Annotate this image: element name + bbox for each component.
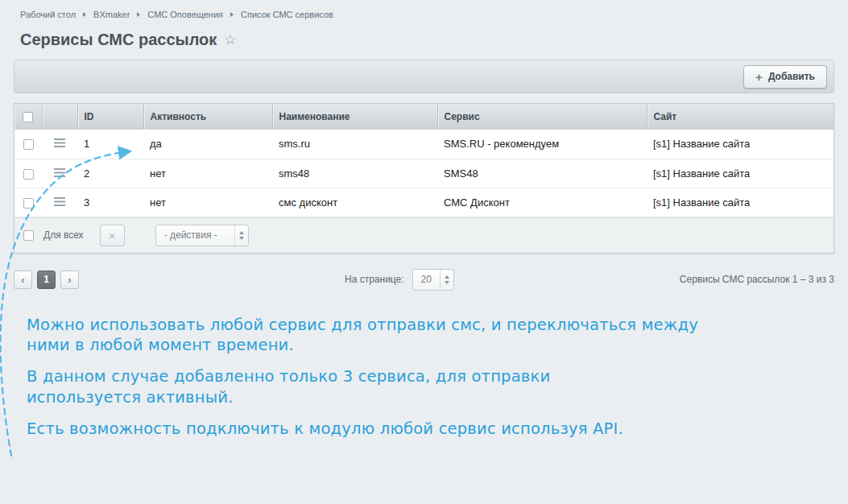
grid-footer: Для всех × - действия - bbox=[14, 217, 834, 253]
title-row: Сервисы СМС рассылок ☆ bbox=[20, 31, 834, 49]
per-page-control: На странице: 20 bbox=[345, 269, 454, 291]
cell-name: смс дисконт bbox=[272, 188, 437, 217]
cell-id: 2 bbox=[77, 159, 143, 188]
row-menu-icon[interactable] bbox=[54, 197, 65, 206]
row-menu-icon[interactable] bbox=[54, 168, 65, 177]
breadcrumb: Рабочий стол BXmaker СМС Оповещения Спис… bbox=[20, 10, 834, 19]
page: Рабочий стол BXmaker СМС Оповещения Спис… bbox=[0, 0, 848, 440]
annotation-line-2: В данном случае добавленно только 3 серв… bbox=[27, 366, 627, 408]
sms-services-table: ID Активность Наименование Сервис Сайт 1 bbox=[14, 104, 834, 217]
per-page-spinner-icon bbox=[440, 270, 453, 290]
cell-name: sms.ru bbox=[272, 130, 437, 159]
add-button-label: Добавить bbox=[768, 71, 815, 82]
column-header-site[interactable]: Сайт bbox=[647, 104, 834, 130]
current-page-button[interactable]: 1 bbox=[37, 271, 56, 289]
breadcrumb-separator-icon bbox=[137, 12, 140, 17]
cell-service: SMS.RU - рекомендуем bbox=[437, 130, 647, 159]
column-header-service[interactable]: Сервис bbox=[437, 104, 647, 130]
table-row: 2 нет sms48 SMS48 [s1] Название сайта bbox=[14, 159, 834, 188]
row-checkbox[interactable] bbox=[23, 198, 34, 209]
cell-site: [s1] Название сайта bbox=[647, 159, 834, 188]
cell-name: sms48 bbox=[272, 159, 437, 188]
select-all-header bbox=[14, 104, 42, 130]
column-header-name[interactable]: Наименование bbox=[272, 104, 437, 130]
cell-id: 1 bbox=[77, 130, 143, 159]
per-page-label: На странице: bbox=[345, 274, 404, 285]
annotations: Можно использовать любой сервис для отпр… bbox=[27, 315, 834, 440]
breadcrumb-separator-icon bbox=[230, 12, 234, 17]
cell-service: СМС Дисконт bbox=[437, 188, 647, 217]
pager-summary: Сервисы СМС рассылок 1 – 3 из 3 bbox=[680, 274, 834, 285]
table-row: 3 нет смс дисконт СМС Дисконт [s1] Назва… bbox=[14, 188, 834, 217]
favorite-star-icon[interactable]: ☆ bbox=[224, 31, 236, 48]
cell-active: нет bbox=[143, 188, 272, 217]
for-all-checkbox[interactable] bbox=[23, 230, 34, 241]
pagination-row: ‹ 1 › На странице: 20 Сервисы СМС рассыл… bbox=[14, 269, 834, 291]
breadcrumb-item-bxmaker[interactable]: BXmaker bbox=[93, 10, 130, 19]
cell-active: нет bbox=[143, 159, 272, 188]
column-header-active[interactable]: Активность bbox=[143, 104, 272, 130]
for-all-label: Для всех bbox=[43, 229, 84, 241]
row-menu-icon[interactable] bbox=[54, 138, 65, 147]
plus-icon: + bbox=[755, 71, 763, 83]
page-title: Сервисы СМС рассылок bbox=[20, 31, 217, 49]
breadcrumb-separator-icon bbox=[83, 12, 86, 17]
row-checkbox[interactable] bbox=[23, 139, 34, 150]
row-checkbox[interactable] bbox=[23, 169, 34, 180]
annotation-line-3: Есть возможность подключить к модулю люб… bbox=[27, 419, 834, 440]
menu-column-header bbox=[42, 104, 77, 130]
next-page-button[interactable]: › bbox=[60, 271, 79, 289]
cell-active: да bbox=[143, 130, 272, 159]
toolbar: + Добавить bbox=[14, 60, 834, 93]
breadcrumb-item-desktop[interactable]: Рабочий стол bbox=[20, 10, 76, 19]
actions-dropdown[interactable]: - действия - bbox=[155, 225, 249, 246]
cell-id: 3 bbox=[77, 188, 143, 217]
actions-dropdown-value: - действия - bbox=[156, 229, 225, 241]
annotation-line-1: Можно использовать любой сервис для отпр… bbox=[27, 315, 719, 357]
table-header-row: ID Активность Наименование Сервис Сайт bbox=[14, 104, 834, 130]
cell-service: SMS48 bbox=[437, 159, 647, 188]
cell-site: [s1] Название сайта bbox=[647, 188, 834, 217]
select-all-checkbox[interactable] bbox=[23, 112, 33, 122]
per-page-value: 20 bbox=[413, 274, 440, 285]
per-page-select[interactable]: 20 bbox=[412, 269, 454, 291]
breadcrumb-item-sms-notifications[interactable]: СМС Оповещения bbox=[147, 10, 223, 19]
breadcrumb-item-sms-services-list[interactable]: Список СМС сервисов bbox=[241, 10, 333, 19]
sms-services-grid: ID Активность Наименование Сервис Сайт 1 bbox=[14, 103, 834, 254]
prev-page-button[interactable]: ‹ bbox=[14, 271, 32, 289]
dropdown-spinner-icon bbox=[234, 225, 248, 246]
clear-selection-button[interactable]: × bbox=[100, 225, 125, 246]
column-header-id[interactable]: ID bbox=[77, 104, 143, 130]
pager: ‹ 1 › bbox=[14, 271, 79, 289]
table-row: 1 да sms.ru SMS.RU - рекомендуем [s1] На… bbox=[14, 130, 834, 159]
add-button[interactable]: + Добавить bbox=[743, 65, 827, 89]
cell-site: [s1] Название сайта bbox=[647, 130, 834, 159]
